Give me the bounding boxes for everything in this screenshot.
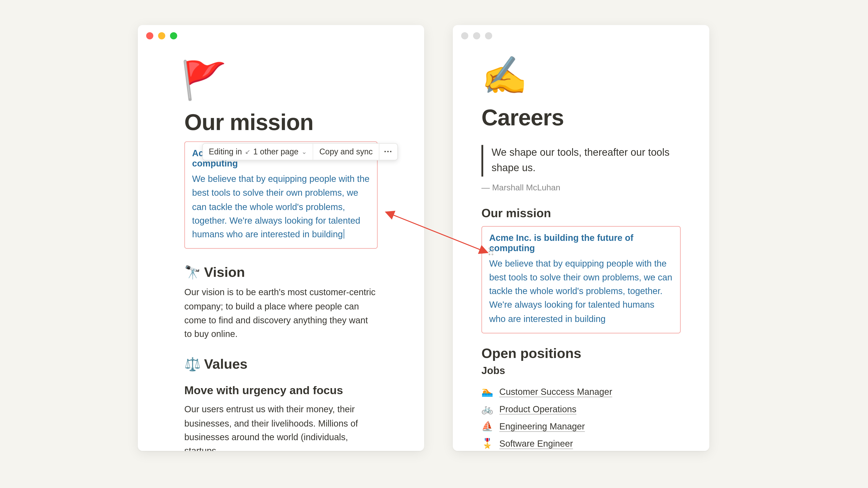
minimize-icon[interactable]	[158, 32, 165, 39]
close-icon[interactable]	[461, 32, 468, 39]
synced-heading[interactable]: Acme Inc. is building the future of comp…	[489, 232, 673, 253]
jobs-list: 🏊 Customer Success Manager 🚲 Product Ope…	[482, 383, 681, 451]
close-icon[interactable]	[146, 32, 153, 39]
values-body[interactable]: Our users entrust us with their money, t…	[184, 402, 378, 451]
zoom-icon[interactable]	[485, 32, 492, 39]
arrow-bottom-left-icon: ↙	[245, 148, 250, 156]
page-title[interactable]: Careers	[482, 105, 681, 131]
window-controls	[138, 25, 424, 43]
job-link[interactable]: Engineering Manager	[499, 421, 585, 431]
job-icon: ⛵	[482, 421, 493, 432]
job-icon: 🏊	[482, 386, 493, 397]
page-icon-writing[interactable]: ✍️	[482, 57, 681, 94]
copy-and-sync-button[interactable]: Copy and sync	[313, 144, 379, 160]
job-icon: 🚲	[482, 403, 493, 415]
synced-block[interactable]: Acme Inc. is building the future of comp…	[482, 226, 681, 333]
add-block-icon[interactable]: +	[479, 246, 485, 256]
block-handle: +	[479, 246, 493, 256]
section-values[interactable]: ⚖️ Values	[184, 356, 378, 372]
job-link[interactable]: Customer Success Manager	[499, 387, 612, 397]
page-icon-flag[interactable]: 🚩	[181, 62, 378, 99]
list-item[interactable]: 🏊 Customer Success Manager	[482, 383, 681, 400]
page-title[interactable]: Our mission	[184, 110, 378, 135]
window-mission: 🚩 Our mission Acme Inc. is building the …	[138, 25, 424, 451]
chevron-down-icon: ⌄	[302, 148, 307, 156]
editing-in-button[interactable]: Editing in ↙ 1 other page ⌄	[203, 144, 314, 160]
job-icon: 🎖️	[482, 438, 493, 449]
telescope-icon: 🔭	[184, 266, 200, 279]
zoom-icon[interactable]	[170, 32, 177, 39]
minimize-icon[interactable]	[473, 32, 480, 39]
window-controls	[453, 25, 709, 43]
editing-in-count: 1 other page	[253, 147, 298, 156]
editing-in-prefix: Editing in	[209, 147, 242, 156]
drag-handle-icon[interactable]	[489, 248, 493, 255]
synced-block-toolbar: Editing in ↙ 1 other page ⌄ Copy and syn…	[202, 143, 398, 160]
synced-body[interactable]: We believe that by equipping people with…	[192, 172, 370, 241]
quote-block[interactable]: We shape our tools, thereafter our tools…	[482, 145, 681, 176]
list-item[interactable]: 🎖️ Software Engineer	[482, 435, 681, 451]
sync-arrow-annotation	[0, 0, 868, 488]
open-positions-label: Open positions	[482, 345, 581, 361]
section-our-mission[interactable]: Our mission	[482, 206, 681, 220]
text-cursor	[343, 229, 344, 239]
quote-text: We shape our tools, thereafter our tools…	[492, 145, 681, 176]
job-link[interactable]: Software Engineer	[499, 438, 573, 449]
more-button[interactable]: ···	[379, 144, 397, 160]
section-vision[interactable]: 🔭 Vision	[184, 264, 378, 281]
list-item[interactable]: ⛵ Engineering Manager	[482, 417, 681, 434]
jobs-heading[interactable]: Jobs	[482, 365, 681, 377]
job-link[interactable]: Product Operations	[499, 404, 576, 414]
list-item[interactable]: 🚲 Product Operations	[482, 400, 681, 417]
quote-attribution: — Marshall McLuhan	[482, 182, 681, 192]
values-subheading[interactable]: Move with urgency and focus	[184, 384, 378, 397]
section-values-label: Values	[204, 356, 248, 372]
window-careers: ✍️ Careers We shape our tools, thereafte…	[453, 25, 709, 451]
vision-body[interactable]: Our vision is to be earth's most custome…	[184, 285, 378, 341]
scales-icon: ⚖️	[184, 358, 200, 371]
section-vision-label: Vision	[204, 264, 245, 281]
synced-body[interactable]: We believe that by equipping people with…	[489, 256, 673, 326]
section-open-positions[interactable]: Open positions	[482, 345, 681, 361]
